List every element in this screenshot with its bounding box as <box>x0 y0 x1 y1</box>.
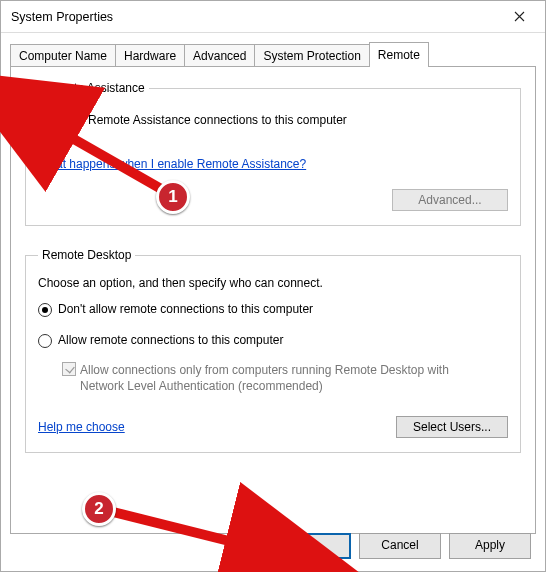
close-button[interactable] <box>499 3 539 31</box>
advanced-button: Advanced... <box>392 189 508 211</box>
group-remote-assistance-legend: Remote Assistance <box>38 81 149 95</box>
titlebar: System Properties <box>1 1 545 33</box>
select-users-button[interactable]: Select Users... <box>396 416 508 438</box>
allow-remote-assistance-row: Allow Remote Assistance connections to t… <box>38 113 508 127</box>
ok-button[interactable]: OK <box>269 533 351 559</box>
window-title: System Properties <box>11 10 499 24</box>
tab-hardware[interactable]: Hardware <box>115 44 185 67</box>
tab-system-protection[interactable]: System Protection <box>254 44 369 67</box>
nla-label: Allow connections only from computers ru… <box>80 362 490 394</box>
dialog-content: Computer Name Hardware Advanced System P… <box>1 33 545 544</box>
group-remote-desktop: Remote Desktop Choose an option, and the… <box>25 248 521 453</box>
radio-allow[interactable] <box>38 334 52 348</box>
tab-computer-name[interactable]: Computer Name <box>10 44 116 67</box>
help-me-choose-link[interactable]: Help me choose <box>38 420 125 434</box>
allow-remote-assistance-label: Allow Remote Assistance connections to t… <box>56 113 347 127</box>
radio-allow-label: Allow remote connections to this compute… <box>58 333 283 347</box>
radio-dont-allow[interactable] <box>38 303 52 317</box>
nla-row: Allow connections only from computers ru… <box>62 362 508 394</box>
radio-allow-row: Allow remote connections to this compute… <box>38 333 508 348</box>
tab-advanced[interactable]: Advanced <box>184 44 255 67</box>
apply-button[interactable]: Apply <box>449 533 531 559</box>
radio-dont-allow-label: Don't allow remote connections to this c… <box>58 302 313 316</box>
radio-dont-allow-row: Don't allow remote connections to this c… <box>38 302 508 317</box>
cancel-button[interactable]: Cancel <box>359 533 441 559</box>
remote-desktop-description: Choose an option, and then specify who c… <box>38 276 508 290</box>
tabstrip: Computer Name Hardware Advanced System P… <box>10 41 536 66</box>
system-properties-window: System Properties Computer Name Hardware… <box>0 0 546 572</box>
remote-assistance-help-link[interactable]: What happens when I enable Remote Assist… <box>38 157 306 171</box>
remote-desktop-bottom-row: Help me choose Select Users... <box>38 416 508 438</box>
allow-remote-assistance-checkbox[interactable] <box>38 113 52 127</box>
tab-panel-remote: Remote Assistance Allow Remote Assistanc… <box>10 66 536 534</box>
close-icon <box>514 11 525 22</box>
group-remote-assistance: Remote Assistance Allow Remote Assistanc… <box>25 81 521 226</box>
nla-checkbox <box>62 362 76 376</box>
dialog-button-row: OK Cancel Apply <box>269 533 531 559</box>
group-remote-desktop-legend: Remote Desktop <box>38 248 135 262</box>
tab-remote[interactable]: Remote <box>369 42 429 67</box>
